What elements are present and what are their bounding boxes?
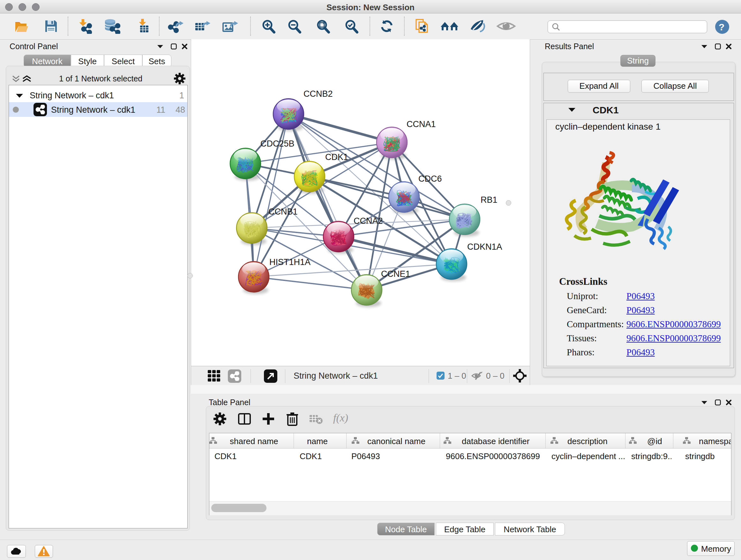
svg-text:CDC25B: CDC25B (260, 139, 294, 148)
svg-text:CDK1: CDK1 (325, 152, 348, 162)
svg-text:CCNB1: CCNB1 (268, 207, 298, 216)
svg-text:RB1: RB1 (481, 195, 497, 205)
svg-text:CDC6: CDC6 (418, 174, 442, 184)
svg-text:HIST1H1A: HIST1H1A (269, 257, 311, 267)
svg-text:CCNB2: CCNB2 (304, 89, 333, 99)
svg-text:CDKN1A: CDKN1A (467, 242, 502, 252)
svg-text:CCNE1: CCNE1 (381, 269, 410, 279)
svg-text:CCNA2: CCNA2 (354, 216, 383, 226)
svg-text:CCNA1: CCNA1 (407, 119, 436, 129)
